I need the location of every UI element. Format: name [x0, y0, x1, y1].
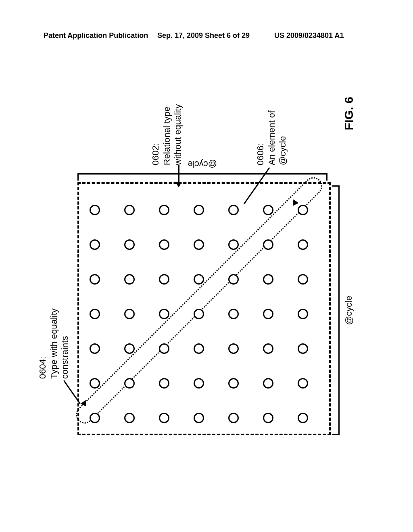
grid-dot: [298, 309, 308, 319]
callout-0602: 0602: Relational type without equality: [150, 85, 184, 165]
grid-dot: [263, 378, 273, 389]
grid-dot: [90, 378, 100, 389]
callout-0606-id: 0606:: [255, 85, 266, 165]
grid-dot: [228, 309, 239, 319]
y-axis-label: @cycle: [77, 159, 327, 169]
relational-type-box: [77, 182, 331, 435]
callout-0602-arrow: [175, 182, 182, 187]
header-right: US 2009/0234801 A1: [274, 31, 344, 40]
grid-dot: [124, 274, 135, 285]
figure-caption: FIG. 6: [342, 97, 356, 130]
grid-dot: [90, 274, 100, 285]
grid-dot: [124, 205, 135, 215]
grid-dot: [90, 239, 100, 250]
grid-dot: [194, 413, 204, 423]
grid-dot: [228, 413, 239, 423]
grid-dot: [90, 309, 100, 319]
callout-0602-leader: [178, 165, 179, 183]
grid-dot: [159, 274, 169, 285]
grid-dot: [159, 239, 169, 250]
grid-dot: [263, 274, 273, 285]
grid-dot: [263, 239, 273, 250]
grid-dot: [90, 343, 100, 354]
grid-dot: [194, 239, 204, 250]
grid-dot: [194, 205, 204, 215]
grid-dot: [124, 239, 135, 250]
callout-0602-id: 0602:: [150, 85, 161, 165]
header-left: Patent Application Publication: [44, 31, 148, 40]
callout-0606: 0606: An element of @cycle: [255, 85, 288, 165]
callout-0604-text: Type with equality constraints: [48, 306, 71, 379]
grid-dot: [298, 274, 308, 285]
grid-dot: [263, 343, 273, 354]
grid-dot: [194, 378, 204, 389]
grid-dot: [194, 274, 204, 285]
grid-dot: [124, 378, 135, 389]
grid-dot: [228, 239, 239, 250]
grid-dot: [228, 343, 239, 354]
figure-area: @cycle @cycle 0604: Type with equality c…: [20, 60, 393, 504]
grid-dot: [159, 378, 169, 389]
grid-dot: [90, 413, 100, 423]
grid-dot: [124, 413, 135, 423]
grid-dot: [159, 309, 169, 319]
grid-dot: [228, 274, 239, 285]
grid-dot: [159, 343, 169, 354]
x-axis-label: @cycle: [344, 185, 354, 435]
grid-dot: [124, 343, 135, 354]
x-axis-bracket: [332, 185, 340, 435]
grid-dot: [159, 413, 169, 423]
callout-0604-id: 0604:: [37, 306, 48, 379]
callout-0604: 0604: Type with equality constraints: [37, 306, 71, 379]
grid-dot: [298, 378, 308, 389]
grid-dot: [298, 413, 308, 423]
grid-dot: [298, 205, 308, 215]
callout-0602-text: Relational type without equality: [161, 85, 184, 165]
callout-0606-text: An element of @cycle: [266, 85, 288, 165]
grid-dot: [228, 205, 239, 215]
grid-dot: [298, 343, 308, 354]
grid-dot: [228, 378, 239, 389]
grid-dot: [194, 309, 204, 319]
grid-dot: [263, 413, 273, 423]
grid-dot: [298, 239, 308, 250]
grid-dot: [194, 343, 204, 354]
grid-dot: [124, 309, 135, 319]
grid-dot: [263, 309, 273, 319]
grid-dot: [159, 205, 169, 215]
header-center: Sep. 17, 2009 Sheet 6 of 29: [157, 31, 250, 40]
grid-dot: [263, 205, 273, 215]
grid-dot: [90, 205, 100, 215]
figure-rotated-canvas: @cycle @cycle 0604: Type with equality c…: [45, 81, 368, 484]
y-axis-bracket: [77, 173, 327, 181]
